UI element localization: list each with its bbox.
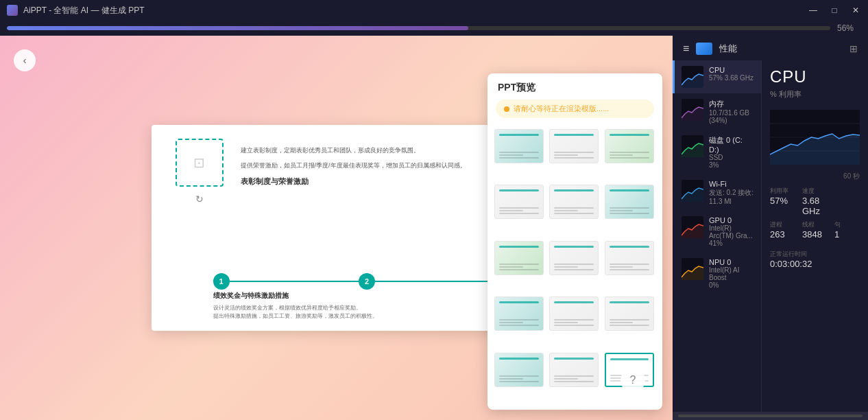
- close-button[interactable]: ✕: [850, 5, 861, 15]
- back-icon: ‹: [23, 55, 27, 66]
- timeline-line: [230, 281, 359, 282]
- perf-sidebar-info-memory: 内存10.7/31.6 GB (34%): [709, 99, 754, 124]
- ppt-editor: ‹ ⊡ ↻ 建立表彰制度，定期表彰优秀员工和团队，形成良好的竞争氛围。 提供荣誉…: [0, 36, 673, 420]
- perf-sidebar-detail-wifi: 发送: 0.2 接收: 11.3 Ml: [709, 188, 754, 205]
- maximize-button[interactable]: □: [829, 5, 840, 15]
- perf-header: ≡ 性能 ⊞: [673, 36, 868, 60]
- process-value: 263: [770, 229, 795, 240]
- help-button[interactable]: ?: [620, 368, 645, 393]
- perf-footer: [673, 412, 868, 420]
- handle-value: 1: [834, 229, 860, 240]
- utilization-label: 利用率: [770, 187, 795, 196]
- progress-percent: 56%: [837, 23, 861, 33]
- perf-sidebar-name-npu: NPU 0: [709, 258, 754, 266]
- slide-subtitle: 绩效奖金与特殊激励措施: [213, 291, 505, 301]
- perf-sidebar-detail-disk: SSD 3%: [709, 154, 754, 169]
- preview-thumbnail-1[interactable]: [494, 129, 544, 163]
- utilization-value: 57%: [770, 196, 795, 206]
- title-bar: AiPPT - 全智能 AI — 健生成 PPT — □ ✕: [0, 0, 868, 21]
- preview-thumbnail-6[interactable]: [605, 185, 654, 219]
- preview-thumbnail-grid: [487, 124, 662, 410]
- perf-sidebar-name-cpu: CPU: [709, 66, 754, 74]
- preview-thumbnail-9[interactable]: [605, 241, 654, 275]
- perf-sidebar-detail-cpu: 57% 3.68 GHz: [709, 74, 754, 82]
- perf-header-left: ≡ 性能: [683, 43, 737, 55]
- speed-value: 3.68 GHz: [802, 196, 828, 216]
- timeline-node-2: 2: [359, 273, 375, 290]
- slide-subtext-2: 提出特殊激励措施，如员工工资、旅游奖励等，激发员工的积极性。: [213, 312, 505, 320]
- scrollbar[interactable]: [678, 415, 863, 417]
- cpu-stats-grid: 利用率 57% 速度 3.68 GHz 进程 263 线程 3848: [770, 187, 860, 240]
- perf-sidebar-detail-memory: 10.7/31.6 GB (34%): [709, 109, 754, 124]
- preview-thumbnail-5[interactable]: [549, 185, 599, 219]
- perf-sidebar-item-gpu[interactable]: GPU 0Intel(R) Arc(TM) Gra... 41%: [673, 211, 761, 253]
- perf-sidebar-item-memory[interactable]: 内存10.7/31.6 GB (34%): [673, 93, 761, 130]
- cpu-speed-stat: 速度 3.68 GHz: [802, 187, 828, 216]
- perf-sidebar-info-wifi: Wi-Fi发送: 0.2 接收: 11.3 Ml: [709, 180, 754, 205]
- perf-sidebar-name-gpu: GPU 0: [709, 216, 754, 224]
- perf-mini-chart-gpu: [682, 216, 703, 238]
- progress-bar-fill: [7, 26, 468, 30]
- preview-thumbnail-8[interactable]: [549, 241, 599, 275]
- perf-sidebar-info-cpu: CPU57% 3.68 GHz: [709, 66, 754, 82]
- handle-label: 句: [834, 220, 860, 229]
- timeline-node-1: 1: [213, 273, 230, 290]
- minimize-button[interactable]: —: [808, 5, 819, 15]
- perf-sidebar-name-disk: 磁盘 0 (C: D:): [709, 135, 754, 154]
- slide-text-2: 提供荣誉激励，如员工月报/季度/年度最佳表现奖等，增加员工的归属感和认同感。: [241, 161, 505, 170]
- rendering-dot-icon: [504, 106, 509, 112]
- perf-mini-chart-memory: [682, 99, 703, 121]
- cpu-chart-area: [770, 110, 860, 165]
- perf-sidebar-item-disk[interactable]: 磁盘 0 (C: D:)SSD 3%: [673, 130, 761, 174]
- main-area: ‹ ⊡ ↻ 建立表彰制度，定期表彰优秀员工和团队，形成良好的竞争氛围。 提供荣誉…: [0, 36, 868, 420]
- process-label: 进程: [770, 220, 795, 229]
- preview-thumbnail-13[interactable]: [494, 353, 544, 387]
- loading-spinner-icon: ↻: [195, 194, 204, 205]
- expand-icon[interactable]: ⊞: [849, 43, 858, 54]
- image-placeholder-icon: ⊡: [193, 154, 205, 171]
- preview-thumbnail-7[interactable]: [494, 241, 544, 275]
- menu-icon[interactable]: ≡: [683, 43, 689, 55]
- perf-sidebar-detail-npu: Intel(R) AI Boost 0%: [709, 266, 754, 289]
- performance-panel: ≡ 性能 ⊞ CPU57% 3.68 GHz 内存10.7/31.6 GB (3…: [673, 36, 868, 420]
- preview-thumbnail-12[interactable]: [605, 296, 654, 331]
- perf-sidebar-name-memory: 内存: [709, 99, 754, 109]
- perf-body: CPU57% 3.68 GHz 内存10.7/31.6 GB (34%) 磁盘 …: [673, 60, 868, 412]
- progress-bar-container: 56%: [0, 21, 868, 36]
- uptime-value: 0:03:00:32: [770, 259, 860, 269]
- perf-sidebar: CPU57% 3.68 GHz 内存10.7/31.6 GB (34%) 磁盘 …: [673, 60, 762, 412]
- perf-mini-chart-wifi: [682, 180, 703, 202]
- preview-header: PPT预览: [487, 73, 662, 100]
- slide-image-placeholder: ⊡: [176, 139, 224, 187]
- preview-thumbnail-11[interactable]: [549, 296, 599, 331]
- back-button[interactable]: ‹: [14, 49, 36, 71]
- preview-thumbnail-14[interactable]: [549, 353, 599, 387]
- cpu-utilization-stat: 利用率 57%: [770, 187, 795, 216]
- perf-sidebar-info-disk: 磁盘 0 (C: D:)SSD 3%: [709, 135, 754, 169]
- perf-sidebar-detail-gpu: Intel(R) Arc(TM) Gra... 41%: [709, 224, 754, 247]
- cpu-empty-stat: [834, 187, 860, 216]
- perf-mini-chart-cpu: [682, 66, 703, 88]
- preview-thumbnail-10[interactable]: [494, 296, 544, 331]
- uptime-label: 正常运行时间: [770, 250, 860, 259]
- rendering-text: 请耐心等待正在渲染模版......: [514, 104, 609, 114]
- preview-thumbnail-2[interactable]: [549, 129, 599, 163]
- perf-sidebar-item-cpu[interactable]: CPU57% 3.68 GHz: [673, 60, 761, 93]
- slide-section-title: 表彰制度与荣誉激励: [241, 176, 505, 187]
- cpu-main-title: CPU: [770, 67, 860, 86]
- help-icon: ?: [630, 374, 636, 386]
- timeline-line-2: [375, 281, 505, 282]
- preview-thumbnail-3[interactable]: [605, 129, 654, 163]
- ppt-preview-panel: PPT预览 请耐心等待正在渲染模版......: [487, 73, 662, 410]
- preview-rendering-message: 请耐心等待正在渲染模版......: [496, 100, 654, 118]
- cpu-chart-svg: [770, 110, 860, 165]
- perf-sidebar-item-wifi[interactable]: Wi-Fi发送: 0.2 接收: 11.3 Ml: [673, 174, 761, 211]
- window-title: AiPPT - 全智能 AI — 健生成 PPT: [23, 5, 144, 16]
- preview-thumbnail-4[interactable]: [494, 185, 544, 219]
- cpu-thread-stat: 线程 3848: [802, 220, 828, 240]
- cpu-main-subtitle: % 利用率: [770, 89, 860, 100]
- perf-sidebar-item-npu[interactable]: NPU 0Intel(R) AI Boost 0%: [673, 253, 761, 294]
- slide-right-section: 建立表彰制度，定期表彰优秀员工和团队，形成良好的竞争氛围。 提供荣誉激励，如员工…: [241, 139, 505, 317]
- perf-mini-chart-npu: [682, 258, 703, 280]
- perf-logo-icon: [696, 43, 712, 55]
